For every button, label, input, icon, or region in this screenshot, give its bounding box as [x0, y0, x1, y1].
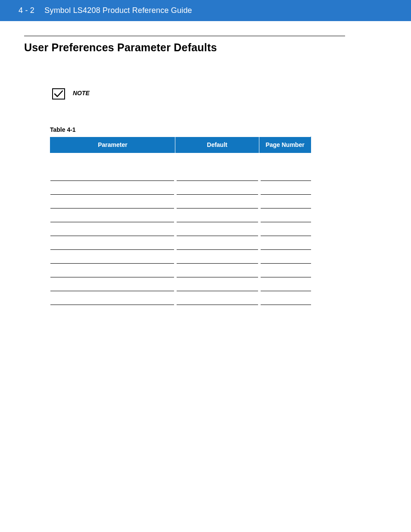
table-cell-default: [175, 208, 259, 222]
table-row: [50, 291, 311, 305]
table-cell-page_number: [259, 236, 311, 249]
doc-title: Symbol LS4208 Product Reference Guide: [44, 6, 192, 15]
table-cell-page_number: [259, 277, 311, 291]
table-cell-default: [175, 263, 259, 277]
table-cell-parameter: [50, 277, 175, 291]
table-cell-page_number: [259, 291, 311, 305]
page-content: User Preferences Parameter Defaults NOTE…: [0, 36, 411, 305]
table-caption: Table 4-1: [50, 126, 387, 133]
page-header: 4 - 2 Symbol LS4208 Product Reference Gu…: [0, 0, 411, 21]
table-row: [50, 194, 311, 208]
table-cell-parameter: [50, 194, 175, 208]
table-cell-parameter: [50, 222, 175, 236]
table-row: [50, 263, 311, 277]
table-row: [50, 180, 311, 194]
table-cell-page_number: [259, 208, 311, 222]
note-label: NOTE: [73, 90, 90, 96]
table-cell-parameter: [50, 249, 175, 263]
table-row: [50, 249, 311, 263]
table-header-row: Parameter Default Page Number: [50, 137, 311, 153]
table-cell-parameter: [50, 263, 175, 277]
table-cell-parameter: [50, 291, 175, 305]
table-cell-page_number: [259, 167, 311, 180]
table-cell-default: [175, 249, 259, 263]
table-cell-parameter: [50, 208, 175, 222]
table-cell-default: [175, 180, 259, 194]
section-divider: [24, 36, 345, 36]
table-cell-page_number: [259, 249, 311, 263]
table-cell-default: [175, 194, 259, 208]
table-row: [50, 236, 311, 249]
table-row: [50, 208, 311, 222]
table-cell-page_number: [259, 222, 311, 236]
table-cell-page_number: [259, 194, 311, 208]
table-row: [50, 277, 311, 291]
page-number: 4 - 2: [19, 6, 34, 15]
note-block: NOTE: [52, 88, 387, 100]
col-header-parameter: Parameter: [50, 137, 175, 153]
col-header-page-number: Page Number: [259, 137, 311, 153]
table-row: [50, 167, 311, 180]
table-cell-default: [175, 167, 259, 180]
table-cell-default: [175, 222, 259, 236]
table-spacer-row: [50, 153, 311, 167]
table-cell-default: [175, 291, 259, 305]
table-cell-parameter: [50, 180, 175, 194]
table-cell-page_number: [259, 263, 311, 277]
table-cell-default: [175, 277, 259, 291]
table-cell-page_number: [259, 180, 311, 194]
checkmark-icon: [52, 88, 65, 100]
table-cell-parameter: [50, 236, 175, 249]
table-row: [50, 222, 311, 236]
col-header-default: Default: [175, 137, 259, 153]
table-cell-parameter: [50, 167, 175, 180]
parameter-defaults-table: Parameter Default Page Number: [50, 137, 311, 305]
section-title: User Preferences Parameter Defaults: [24, 41, 387, 54]
table-cell-default: [175, 236, 259, 249]
